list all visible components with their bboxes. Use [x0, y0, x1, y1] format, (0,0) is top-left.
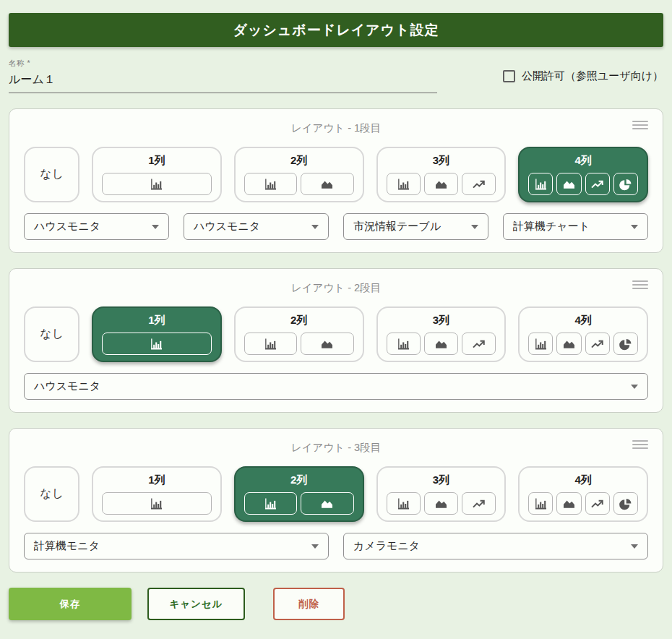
chevron-down-icon: [471, 225, 478, 229]
option-3col[interactable]: 3列: [376, 147, 507, 202]
widget-select-3-1[interactable]: 計算機モニタ: [24, 533, 329, 559]
line-chart-icon: [462, 333, 496, 355]
delete-button[interactable]: 削除: [273, 588, 345, 620]
line-chart-icon: [585, 173, 610, 195]
drag-handle-icon[interactable]: [632, 119, 648, 132]
area-chart-icon: [424, 173, 458, 195]
option-2col[interactable]: 2列: [234, 466, 364, 522]
chevron-down-icon: [631, 225, 638, 229]
chevron-down-icon: [631, 385, 638, 389]
page: ダッシュボードレイアウト設定 名称 * 公開許可（参照ユーザ向け） レイアウト …: [0, 0, 672, 620]
widget-select-2-1[interactable]: ハウスモニタ: [24, 373, 648, 400]
option-3col[interactable]: 3列: [376, 466, 507, 522]
bar-chart-icon: [528, 173, 553, 195]
line-chart-icon: [462, 173, 496, 195]
area-chart-icon: [556, 492, 581, 515]
save-button[interactable]: 保存: [9, 588, 132, 620]
column-options: なし 1列 2列 3列: [24, 306, 648, 362]
bar-chart-icon: [244, 492, 297, 515]
chevron-down-icon: [631, 544, 638, 549]
pie-chart-icon: [613, 492, 638, 515]
area-chart-icon: [424, 333, 458, 355]
layout-row-2-panel: レイアウト - 2段目 なし 1列 2列 3列: [9, 268, 663, 413]
widget-select-3-2[interactable]: カメラモニタ: [343, 533, 648, 559]
bar-chart-icon: [387, 173, 421, 195]
bar-chart-icon: [528, 492, 553, 515]
name-field-block: 名称 *: [9, 59, 437, 93]
section-title: レイアウト - 3段目: [24, 438, 648, 455]
chevron-down-icon: [311, 225, 319, 229]
option-1col[interactable]: 1列: [92, 466, 222, 522]
area-chart-icon: [301, 492, 353, 515]
column-options: なし 1列 2列 3列: [24, 147, 648, 202]
option-1col[interactable]: 1列: [92, 147, 222, 202]
option-3col[interactable]: 3列: [376, 306, 507, 362]
option-none-label: なし: [40, 167, 64, 182]
cancel-button[interactable]: キャンセル: [147, 588, 245, 620]
option-none[interactable]: なし: [24, 306, 79, 362]
area-chart-icon: [424, 492, 458, 515]
layout-row-1-panel: レイアウト - 1段目 なし 1列 2列 3列: [9, 108, 663, 253]
option-none[interactable]: なし: [24, 466, 79, 522]
publish-checkbox[interactable]: [503, 70, 515, 82]
line-chart-icon: [585, 492, 610, 515]
chevron-down-icon: [152, 225, 159, 229]
widget-select-1-3[interactable]: 市況情報テーブル: [343, 213, 488, 240]
pie-chart-icon: [613, 333, 638, 355]
bar-chart-icon: [528, 333, 553, 355]
widget-select-1-4[interactable]: 計算機チャート: [503, 213, 648, 240]
area-chart-icon: [556, 333, 581, 355]
drag-handle-icon[interactable]: [632, 438, 648, 451]
column-options: なし 1列 2列 3列: [24, 466, 648, 522]
widget-selects: ハウスモニタ ハウスモニタ 市況情報テーブル 計算機チャート: [24, 213, 648, 240]
name-field-label: 名称 *: [9, 59, 437, 69]
page-title: ダッシュボードレイアウト設定: [9, 13, 663, 47]
option-1col[interactable]: 1列: [92, 306, 222, 362]
bar-chart-icon: [387, 333, 421, 355]
option-none[interactable]: なし: [24, 147, 79, 202]
option-none-label: なし: [40, 327, 64, 342]
option-4col[interactable]: 4列: [518, 147, 648, 202]
widget-select-1-1[interactable]: ハウスモニタ: [24, 213, 169, 240]
widget-selects: 計算機モニタ カメラモニタ: [24, 533, 648, 559]
bar-chart-icon: [102, 333, 212, 355]
section-title: レイアウト - 2段目: [24, 278, 648, 295]
meta-row: 名称 * 公開許可（参照ユーザ向け）: [9, 59, 663, 93]
bar-chart-icon: [102, 492, 212, 515]
action-bar: 保存 キャンセル 削除: [9, 588, 663, 620]
option-2col[interactable]: 2列: [234, 147, 364, 202]
publish-permission: 公開許可（参照ユーザ向け）: [503, 69, 663, 93]
bar-chart-icon: [102, 173, 212, 195]
layout-row-3-panel: レイアウト - 3段目 なし 1列 2列 3列: [9, 428, 663, 572]
option-none-label: なし: [40, 486, 64, 502]
line-chart-icon: [462, 492, 496, 515]
option-2col[interactable]: 2列: [234, 306, 364, 362]
bar-chart-icon: [244, 333, 297, 355]
area-chart-icon: [556, 173, 581, 195]
pie-chart-icon: [613, 173, 638, 195]
widget-select-1-2[interactable]: ハウスモニタ: [184, 213, 329, 240]
name-input[interactable]: [9, 69, 437, 93]
option-4col[interactable]: 4列: [518, 466, 648, 522]
option-4col[interactable]: 4列: [518, 306, 648, 362]
chevron-down-icon: [311, 544, 319, 549]
area-chart-icon: [301, 173, 353, 195]
section-title: レイアウト - 1段目: [24, 119, 648, 135]
bar-chart-icon: [244, 173, 297, 195]
line-chart-icon: [585, 333, 610, 355]
drag-handle-icon[interactable]: [632, 278, 648, 291]
area-chart-icon: [301, 333, 353, 355]
bar-chart-icon: [387, 492, 421, 515]
publish-checkbox-label: 公開許可（参照ユーザ向け）: [522, 69, 663, 83]
widget-selects: ハウスモニタ: [24, 373, 648, 400]
